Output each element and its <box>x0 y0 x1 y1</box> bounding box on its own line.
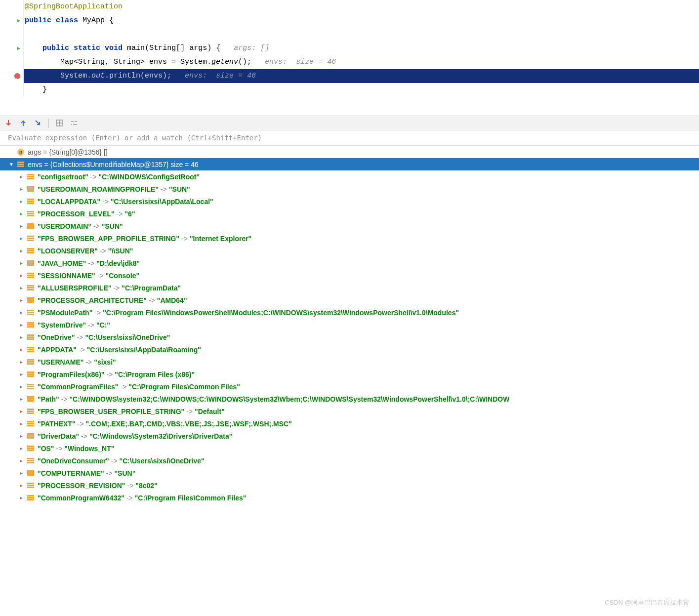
chevron-right-icon[interactable]: ▸ <box>18 483 25 488</box>
breakpoint-icon[interactable] <box>14 73 20 79</box>
map-entry-row[interactable]: ▸"APPDATA" -> "C:\Users\sixsi\AppData\Ro… <box>0 343 699 356</box>
chevron-right-icon[interactable]: ▸ <box>18 470 25 476</box>
chevron-right-icon[interactable]: ▸ <box>18 421 25 426</box>
map-entry-row[interactable]: ▸"CommonProgramFiles" -> "C:\Program Fil… <box>0 380 699 393</box>
map-entry-row[interactable]: ▸"OneDrive" -> "C:\Users\sixsi\OneDrive" <box>0 331 699 343</box>
entry-icon <box>27 309 35 316</box>
arrow-text: -> <box>111 284 122 292</box>
map-entry-row[interactable]: ▸"Path" -> "C:\WINDOWS\system32;C:\WINDO… <box>0 393 699 405</box>
map-entry-row[interactable]: ▸"SESSIONNAME" -> "Console" <box>0 269 699 282</box>
variables-panel[interactable]: p args = {String[0]@1356} [] ▼ envs = {C… <box>0 146 699 504</box>
code-editor[interactable]: @SpringBootApplication ▶ public class My… <box>0 0 699 97</box>
inline-hint: args: [] <box>234 44 269 52</box>
chevron-right-icon[interactable]: ▸ <box>18 297 25 303</box>
code-line-current[interactable]: System.out.println(envs); envs: size = 4… <box>0 69 699 83</box>
chevron-right-icon[interactable]: ▸ <box>18 223 25 229</box>
entry-key: "USERNAME" <box>38 358 83 366</box>
settings-icon[interactable] <box>70 119 79 127</box>
code-line[interactable]: @SpringBootApplication <box>0 0 699 14</box>
entry-icon <box>27 371 35 378</box>
entry-value: "Windows_NT" <box>64 445 114 452</box>
chevron-down-icon[interactable]: ▼ <box>8 162 15 167</box>
entry-key: "FPS_BROWSER_USER_PROFILE_STRING" <box>38 408 184 415</box>
entry-icon <box>27 297 35 304</box>
map-entry-row[interactable]: ▸"FPS_BROWSER_USER_PROFILE_STRING" -> "D… <box>0 405 699 417</box>
entry-value: "C:\Users\sixsi\OneDrive" <box>120 457 205 465</box>
map-entry-row[interactable]: ▸"configsetroot" -> "C:\WINDOWS\ConfigSe… <box>0 170 699 183</box>
svg-rect-25 <box>27 260 34 262</box>
map-entry-row[interactable]: ▸"CommonProgramW6432" -> "C:\Program Fil… <box>0 492 699 504</box>
code-line[interactable]: ▶ public static void main(String[] args)… <box>0 41 699 55</box>
map-entry-row[interactable]: ▸"PATHEXT" -> ".COM;.EXE;.BAT;.CMD;.VBS;… <box>0 417 699 430</box>
svg-rect-54 <box>27 375 34 377</box>
entry-icon <box>27 247 35 254</box>
code-line[interactable]: ▶ public class MyApp { <box>0 14 699 28</box>
chevron-right-icon[interactable]: ▸ <box>18 186 25 192</box>
code-line[interactable]: Map<String, String> envs = System.getenv… <box>0 55 699 69</box>
map-entry-row[interactable]: ▸"ProgramFiles(x86)" -> "C:\Program File… <box>0 368 699 380</box>
chevron-right-icon[interactable]: ▸ <box>18 446 25 451</box>
chevron-right-icon[interactable]: ▸ <box>18 285 25 290</box>
map-entry-row[interactable]: ▸"PROCESSOR_LEVEL" -> "6" <box>0 207 699 220</box>
map-entry-row[interactable]: ▸"OS" -> "Windows_NT" <box>0 442 699 454</box>
chevron-right-icon[interactable]: ▸ <box>18 260 25 266</box>
map-entry-row[interactable]: ▸"COMPUTERNAME" -> "SUN" <box>0 467 699 479</box>
arrow-down-icon[interactable] <box>4 119 13 127</box>
map-entry-row[interactable]: ▸"PSModulePath" -> "C:\Program Files\Win… <box>0 306 699 319</box>
chevron-right-icon[interactable]: ▸ <box>18 347 25 352</box>
map-entry-row[interactable]: ▸"FPS_BROWSER_APP_PROFILE_STRING" -> "In… <box>0 232 699 245</box>
map-entry-row[interactable]: ▸"JAVA_HOME" -> "D:\dev\jdk8" <box>0 257 699 269</box>
map-entry-row[interactable]: ▸"LOGONSERVER" -> "\\SUN" <box>0 245 699 257</box>
map-entry-row[interactable]: ▸"PROCESSOR_ARCHITECTURE" -> "AMD64" <box>0 294 699 306</box>
code-line[interactable] <box>0 28 699 41</box>
gutter[interactable]: ▶ <box>0 41 24 55</box>
map-entry-row[interactable]: ▸"USERDOMAIN_ROAMINGPROFILE" -> "SUN" <box>0 183 699 195</box>
chevron-right-icon[interactable]: ▸ <box>18 458 25 463</box>
gutter[interactable] <box>0 69 24 83</box>
svg-rect-1 <box>17 162 24 163</box>
evaluate-expression-input[interactable]: Evaluate expression (Enter) or add a wat… <box>0 130 699 146</box>
chevron-right-icon[interactable]: ▸ <box>18 273 25 278</box>
map-entry-row[interactable]: ▸"OneDriveConsumer" -> "C:\Users\sixsi\O… <box>0 454 699 467</box>
entry-value: "Default" <box>195 408 225 415</box>
svg-rect-58 <box>27 396 34 398</box>
chevron-right-icon[interactable]: ▸ <box>18 396 25 402</box>
gutter[interactable]: ▶ <box>0 14 24 28</box>
map-entry-row[interactable]: ▸"LOCALAPPDATA" -> "C:\Users\sixsi\AppDa… <box>0 195 699 207</box>
chevron-right-icon[interactable]: ▸ <box>18 174 25 179</box>
chevron-right-icon[interactable]: ▸ <box>18 359 25 365</box>
svg-rect-53 <box>27 373 34 375</box>
chevron-right-icon[interactable]: ▸ <box>18 236 25 241</box>
arrow-up-icon[interactable] <box>19 119 28 127</box>
chevron-right-icon[interactable]: ▸ <box>18 334 25 340</box>
map-entry-row[interactable]: ▸"DriverData" -> "C:\Windows\System32\Dr… <box>0 430 699 442</box>
arrow-text: -> <box>100 198 111 205</box>
chevron-right-icon[interactable]: ▸ <box>18 199 25 204</box>
run-icon[interactable]: ▶ <box>17 14 20 28</box>
chevron-right-icon[interactable]: ▸ <box>18 384 25 389</box>
map-entry-row[interactable]: ▸"USERDOMAIN" -> "SUN" <box>0 220 699 232</box>
map-entry-row[interactable]: ▸"ALLUSERSPROFILE" -> "C:\ProgramData" <box>0 282 699 294</box>
run-icon[interactable]: ▶ <box>17 41 20 55</box>
chevron-right-icon[interactable]: ▸ <box>18 433 25 439</box>
chevron-right-icon[interactable]: ▸ <box>18 310 25 315</box>
grid-icon[interactable] <box>55 119 64 127</box>
svg-rect-67 <box>27 433 34 435</box>
chevron-right-icon[interactable]: ▸ <box>18 211 25 216</box>
svg-rect-14 <box>27 213 34 214</box>
map-entry-row[interactable]: ▸"PROCESSOR_REVISION" -> "8c02" <box>0 479 699 492</box>
chevron-right-icon[interactable]: ▸ <box>18 248 25 253</box>
svg-rect-42 <box>27 326 34 328</box>
chevron-right-icon[interactable]: ▸ <box>18 409 25 414</box>
svg-rect-61 <box>27 409 34 410</box>
variable-row-envs[interactable]: ▼ envs = {Collections$UnmodifiableMap@13… <box>0 158 699 170</box>
arrow-diag-icon[interactable] <box>34 119 42 127</box>
map-entry-row[interactable]: ▸"USERNAME" -> "sixsi" <box>0 356 699 368</box>
map-entry-row[interactable]: ▸"SystemDrive" -> "C:" <box>0 319 699 331</box>
code-line[interactable]: } <box>0 83 699 97</box>
variable-row-args[interactable]: p args = {String[0]@1356} [] <box>0 146 699 158</box>
chevron-right-icon[interactable]: ▸ <box>18 322 25 328</box>
map-entries: ▸"configsetroot" -> "C:\WINDOWS\ConfigSe… <box>0 170 699 504</box>
chevron-right-icon[interactable]: ▸ <box>18 371 25 377</box>
chevron-right-icon[interactable]: ▸ <box>18 495 25 500</box>
